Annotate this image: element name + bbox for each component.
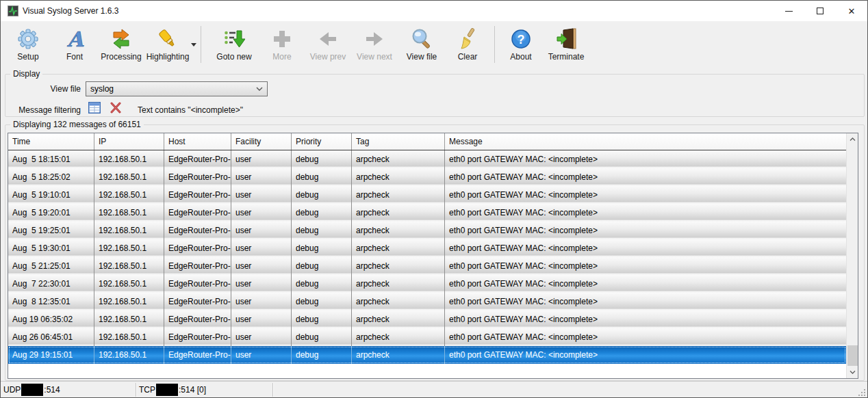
clear-label: Clear — [458, 52, 478, 62]
cell-time: Aug 5 19:20:01 — [8, 204, 94, 222]
table-row[interactable]: Aug 7 22:30:01 192.168.50.1 EdgeRouter-P… — [8, 275, 846, 293]
cell-tag: arpcheck — [352, 310, 445, 328]
cell-priority: debug — [292, 293, 352, 310]
cell-facility: user — [231, 186, 292, 204]
table-row[interactable]: Aug 5 19:25:01 192.168.50.1 EdgeRouter-P… — [8, 222, 846, 239]
chevron-down-icon — [850, 371, 856, 374]
column-header-host[interactable]: Host — [164, 133, 231, 150]
scrollbar-up-button[interactable] — [847, 133, 858, 145]
toolbar-separator — [494, 26, 495, 63]
cell-priority: debug — [292, 257, 352, 275]
minimize-button[interactable] — [773, 1, 804, 21]
column-header-priority[interactable]: Priority — [292, 133, 352, 150]
highlighting-label: Highlighting — [146, 52, 190, 62]
vertical-scrollbar[interactable] — [846, 133, 858, 378]
font-button[interactable]: A Font — [55, 21, 94, 64]
column-header-facility[interactable]: Facility — [231, 133, 292, 150]
cell-message: eth0 port GATEWAY MAC: <incomplete> — [445, 168, 846, 186]
cell-facility: user — [231, 239, 292, 257]
cell-tag: arpcheck — [352, 328, 445, 346]
cell-host: EdgeRouter-Pro-8-P — [164, 275, 231, 293]
table-row[interactable]: Aug 5 18:25:02 192.168.50.1 EdgeRouter-P… — [8, 168, 846, 186]
highlighting-dropdown-button[interactable] — [187, 21, 201, 47]
udp-label: UDP — [3, 385, 21, 395]
column-header-tag[interactable]: Tag — [352, 133, 445, 150]
view-file-button[interactable]: View file — [398, 21, 446, 64]
cell-host: EdgeRouter-Pro-8-P — [164, 257, 231, 275]
cell-host: EdgeRouter-Pro-8-P — [164, 204, 231, 222]
view-prev-label: View prev — [310, 52, 346, 62]
column-header-time[interactable]: Time — [8, 133, 94, 150]
gear-icon — [17, 27, 39, 51]
highlighting-button[interactable]: Highlighting — [149, 21, 187, 64]
table-row[interactable]: Aug 5 21:25:01 192.168.50.1 EdgeRouter-P… — [8, 257, 846, 275]
table-row[interactable]: Aug 5 19:10:01 192.168.50.1 EdgeRouter-P… — [8, 186, 846, 204]
cell-facility: user — [231, 257, 292, 275]
cell-message: eth0 port GATEWAY MAC: <incomplete> — [445, 239, 846, 257]
cell-time: Aug 5 19:25:01 — [8, 222, 94, 239]
app-icon — [8, 5, 18, 16]
about-button[interactable]: ? About — [500, 21, 541, 64]
scrollbar-thumb[interactable] — [847, 345, 858, 366]
view-prev-button[interactable]: View prev — [305, 21, 351, 64]
filter-description-text: Text contains "<incomplete>" — [138, 105, 243, 115]
cell-message: eth0 port GATEWAY MAC: <incomplete> — [445, 346, 846, 364]
column-header-ip[interactable]: IP — [94, 133, 164, 150]
table-body: Aug 5 18:15:01 192.168.50.1 EdgeRouter-P… — [8, 150, 846, 364]
display-group: Display View file syslog Message filteri… — [5, 74, 865, 117]
cell-priority: debug — [292, 186, 352, 204]
redacted-tcp-ip — [156, 384, 178, 396]
svg-text:?: ? — [518, 33, 525, 47]
table-row[interactable]: Aug 5 19:20:01 192.168.50.1 EdgeRouter-P… — [8, 204, 846, 222]
processing-label: Processing — [101, 52, 141, 62]
view-next-button[interactable]: View next — [351, 21, 398, 64]
cell-ip: 192.168.50.1 — [94, 275, 164, 293]
setup-button[interactable]: Setup — [1, 21, 55, 64]
cell-message: eth0 port GATEWAY MAC: <incomplete> — [445, 275, 846, 293]
cell-tag: arpcheck — [352, 239, 445, 257]
cell-message: eth0 port GATEWAY MAC: <incomplete> — [445, 222, 846, 239]
cell-facility: user — [231, 204, 292, 222]
scrollbar-down-button[interactable] — [847, 367, 858, 378]
cell-ip: 192.168.50.1 — [94, 257, 164, 275]
magnifier-icon — [411, 27, 433, 51]
cell-message: eth0 port GATEWAY MAC: <incomplete> — [445, 293, 846, 310]
redacted-udp-ip — [21, 384, 43, 396]
cell-facility: user — [231, 222, 292, 239]
table-row[interactable]: Aug 19 06:35:02 192.168.50.1 EdgeRouter-… — [8, 310, 846, 328]
column-header-message[interactable]: Message — [445, 133, 846, 150]
cell-tag: arpcheck — [352, 257, 445, 275]
maximize-button[interactable] — [804, 1, 836, 21]
table-row[interactable]: Aug 26 06:45:01 192.168.50.1 EdgeRouter-… — [8, 328, 846, 346]
cell-facility: user — [231, 275, 292, 293]
toolbar-separator — [201, 26, 201, 63]
clear-button[interactable]: Clear — [446, 21, 489, 64]
filter-clear-x-icon[interactable] — [110, 102, 122, 114]
table-row[interactable]: Aug 5 19:30:01 192.168.50.1 EdgeRouter-P… — [8, 239, 846, 257]
cell-ip: 192.168.50.1 — [94, 168, 164, 186]
resize-grip[interactable] — [858, 388, 866, 397]
view-file-combobox[interactable]: syslog — [86, 81, 268, 96]
table-row[interactable]: Aug 5 18:15:01 192.168.50.1 EdgeRouter-P… — [8, 150, 846, 168]
cell-facility: user — [231, 328, 292, 346]
cell-message: eth0 port GATEWAY MAC: <incomplete> — [445, 328, 846, 346]
terminate-button[interactable]: Terminate — [541, 21, 591, 64]
chevron-down-icon — [191, 43, 196, 47]
cell-priority: debug — [292, 239, 352, 257]
udp-status-section: UDP :514 — [1, 382, 136, 398]
table-row[interactable]: Aug 8 12:35:01 192.168.50.1 EdgeRouter-P… — [8, 293, 846, 310]
messages-group: Displaying 132 messages of 66151 Time IP… — [5, 124, 865, 381]
goto-new-button[interactable]: Goto new — [209, 21, 259, 64]
cell-priority: debug — [292, 328, 352, 346]
close-button[interactable]: ✕ — [836, 1, 867, 21]
table-row[interactable]: Aug 29 19:15:01 192.168.50.1 EdgeRouter-… — [8, 346, 846, 364]
goto-new-icon — [223, 27, 245, 51]
cell-priority: debug — [292, 150, 352, 168]
exit-door-icon — [555, 27, 577, 51]
filter-table-icon[interactable] — [88, 102, 101, 114]
cell-time: Aug 26 06:45:01 — [8, 328, 94, 346]
cell-facility: user — [231, 150, 292, 168]
more-button[interactable]: More — [259, 21, 305, 64]
processing-button[interactable]: Processing — [94, 21, 149, 64]
cell-ip: 192.168.50.1 — [94, 293, 164, 310]
